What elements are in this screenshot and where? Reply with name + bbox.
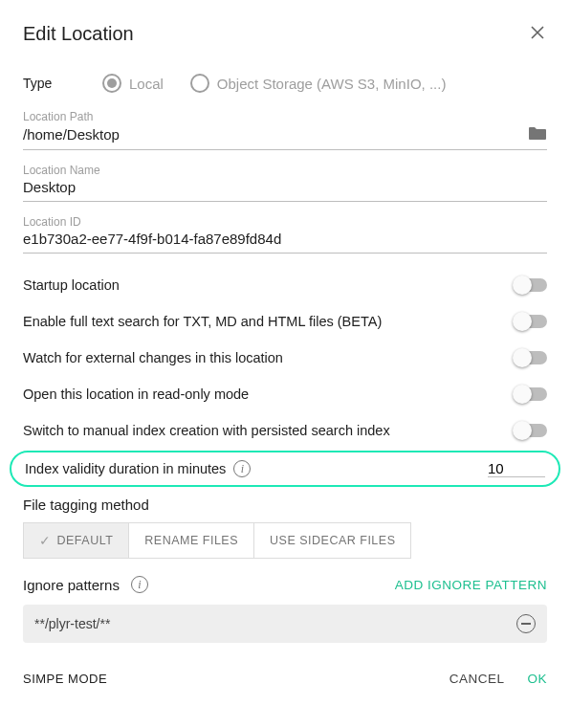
- watch-toggle[interactable]: [515, 351, 547, 364]
- startup-label: Startup location: [23, 277, 120, 293]
- radio-icon: [102, 74, 121, 93]
- startup-toggle[interactable]: [515, 278, 547, 292]
- tagging-sidecar-button[interactable]: USE SIDECAR FILES: [254, 522, 411, 559]
- location-id-input[interactable]: [23, 231, 547, 247]
- radio-object-label: Object Storage (AWS S3, MinIO, ...): [217, 76, 447, 92]
- tagging-method-label: File tagging method: [23, 496, 547, 513]
- tagging-rename-button[interactable]: RENAME FILES: [129, 522, 254, 559]
- fulltext-toggle[interactable]: [515, 315, 547, 328]
- tagging-default-button[interactable]: ✓ DEFAULT: [23, 522, 129, 559]
- readonly-toggle[interactable]: [515, 387, 547, 401]
- location-path-input[interactable]: [23, 126, 528, 143]
- info-icon[interactable]: i: [233, 460, 251, 477]
- dialog-title: Edit Location: [23, 23, 134, 45]
- index-validity-label: Index validity duration in minutes i: [25, 460, 251, 477]
- type-label: Type: [23, 76, 76, 91]
- location-name-label: Location Name: [23, 164, 547, 177]
- ok-button[interactable]: OK: [527, 672, 547, 686]
- ignore-pattern-chip: **/plyr-test/**: [23, 605, 547, 643]
- location-path-field: Location Path: [23, 110, 547, 150]
- location-id-field: Location ID: [23, 215, 547, 254]
- cancel-button[interactable]: CANCEL: [449, 672, 505, 686]
- readonly-label: Open this location in read-only mode: [23, 386, 249, 402]
- toggle-row-readonly: Open this location in read-only mode: [23, 376, 547, 412]
- folder-icon[interactable]: [528, 125, 547, 143]
- close-icon: [530, 25, 545, 40]
- simple-mode-button[interactable]: SIMPE MODE: [23, 672, 107, 686]
- ignore-patterns-label: Ignore patterns i: [23, 576, 148, 593]
- location-path-label: Location Path: [23, 110, 547, 123]
- info-icon[interactable]: i: [131, 576, 148, 593]
- tagging-method-group: ✓ DEFAULT RENAME FILES USE SIDECAR FILES: [23, 522, 547, 559]
- dialog-footer: SIMPE MODE CANCEL OK: [23, 664, 547, 686]
- dialog-header: Edit Location: [23, 23, 547, 47]
- ignore-patterns-header: Ignore patterns i ADD IGNORE PATTERN: [23, 576, 547, 593]
- add-ignore-pattern-button[interactable]: ADD IGNORE PATTERN: [395, 578, 547, 592]
- edit-location-dialog: Edit Location Type Local Object Storage …: [0, 0, 570, 697]
- ignore-pattern-text: **/plyr-test/**: [34, 616, 110, 631]
- manual-label: Switch to manual index creation with per…: [23, 423, 390, 438]
- check-icon: ✓: [39, 533, 52, 548]
- manual-index-toggle[interactable]: [515, 424, 547, 437]
- toggle-row-watch: Watch for external changes in this locat…: [23, 340, 547, 376]
- index-validity-input[interactable]: [488, 460, 545, 477]
- remove-pattern-button[interactable]: [516, 614, 536, 633]
- radio-object-storage[interactable]: Object Storage (AWS S3, MinIO, ...): [190, 74, 447, 93]
- type-row: Type Local Object Storage (AWS S3, MinIO…: [23, 74, 547, 93]
- radio-local[interactable]: Local: [102, 74, 164, 93]
- toggle-row-fulltext: Enable full text search for TXT, MD and …: [23, 303, 547, 340]
- toggle-row-manual-index: Switch to manual index creation with per…: [23, 412, 547, 449]
- fulltext-label: Enable full text search for TXT, MD and …: [23, 314, 382, 329]
- toggle-row-startup: Startup location: [23, 267, 547, 303]
- radio-local-label: Local: [129, 76, 164, 92]
- location-id-label: Location ID: [23, 215, 547, 229]
- index-validity-row: Index validity duration in minutes i: [10, 451, 560, 487]
- close-button[interactable]: [528, 23, 547, 47]
- watch-label: Watch for external changes in this locat…: [23, 350, 283, 365]
- location-name-input[interactable]: [23, 179, 547, 195]
- location-name-field: Location Name: [23, 164, 547, 202]
- radio-icon: [190, 74, 209, 93]
